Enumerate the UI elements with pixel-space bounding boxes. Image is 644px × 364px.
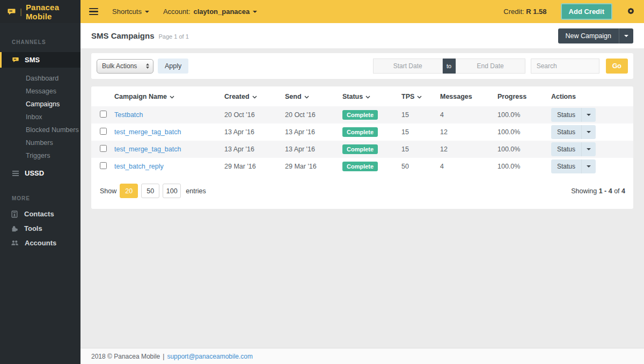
sidebar-item-messages[interactable]: Messages xyxy=(0,85,80,98)
messages-cell: 4 xyxy=(440,158,497,175)
page-size-50-button[interactable]: 50 xyxy=(141,184,159,198)
header-tps[interactable]: TPS xyxy=(401,86,440,106)
gear-icon[interactable] xyxy=(626,6,635,17)
header-messages: Messages xyxy=(440,86,497,106)
campaign-name-link[interactable]: test_merge_tag_batch xyxy=(114,128,181,136)
show-label: Show xyxy=(100,187,116,195)
page-title: SMS Campaigns xyxy=(91,31,155,40)
page-subtitle: Page 1 of 1 xyxy=(159,32,189,40)
table-row: test_batch_reply 29 Mar '16 29 Mar '16 C… xyxy=(91,158,633,175)
date-range-to-label: to xyxy=(443,59,456,74)
chevron-down-icon xyxy=(587,165,591,168)
header-campaign-name[interactable]: Campaign Name xyxy=(114,86,224,106)
sidebar-item-contacts[interactable]: Contacts xyxy=(0,207,80,221)
sidebar-heading-channels: CHANNELS xyxy=(0,39,80,45)
new-campaign-button[interactable]: New Campaign xyxy=(558,28,633,43)
select-arrows-icon xyxy=(146,63,149,69)
brand-name: Panacea Mobile xyxy=(26,3,80,21)
send-cell: 20 Oct '16 xyxy=(285,106,342,123)
sidebar-item-label: USSD xyxy=(25,169,44,177)
chevron-down-icon xyxy=(587,131,591,133)
header-status[interactable]: Status xyxy=(342,86,401,106)
copyright-text: 2018 © Panacea Mobile xyxy=(91,353,160,360)
status-action-button[interactable]: Status xyxy=(551,159,596,173)
sidebar-item-dashboard[interactable]: Dashboard xyxy=(0,72,80,85)
brand-logo[interactable]: | Panacea Mobile xyxy=(0,0,80,23)
sidebar-item-blocked-numbers[interactable]: Blocked Numbers xyxy=(0,123,80,136)
send-cell: 13 Apr '16 xyxy=(285,123,342,141)
tps-cell: 15 xyxy=(401,106,440,123)
sidebar-item-campaigns[interactable]: Campaigns xyxy=(0,98,80,111)
tps-cell: 50 xyxy=(401,158,440,175)
status-action-button[interactable]: Status xyxy=(551,125,596,139)
list-icon xyxy=(12,170,19,177)
progress-cell: 100.0% xyxy=(497,158,551,175)
page-size-100-button[interactable]: 100 xyxy=(163,184,181,198)
campaign-name-link[interactable]: test_batch_reply xyxy=(114,163,164,170)
content: Bulk Actions Apply to Go xyxy=(80,48,644,209)
sidebar: CHANNELS SMS Dashboard Messages Campaign… xyxy=(0,23,80,364)
send-cell: 29 Mar '16 xyxy=(285,158,342,175)
sidebar-item-sms[interactable]: SMS xyxy=(0,52,80,68)
status-dropdown-toggle[interactable] xyxy=(581,142,596,156)
new-campaign-dropdown-toggle[interactable] xyxy=(619,28,633,43)
campaign-name-link[interactable]: Testbatch xyxy=(114,111,143,119)
row-checkbox[interactable] xyxy=(100,111,107,118)
created-cell: 13 Apr '16 xyxy=(224,141,285,158)
end-date-input[interactable] xyxy=(456,59,525,74)
messages-cell: 12 xyxy=(440,123,497,141)
progress-cell: 100.0% xyxy=(497,106,551,123)
sidebar-item-ussd[interactable]: USSD xyxy=(0,165,80,181)
shortcuts-dropdown[interactable]: Shortcuts xyxy=(112,8,149,16)
hamburger-menu-icon[interactable] xyxy=(89,8,98,16)
table-footer: Show 20 50 100 entries Showing 1 - 4 of … xyxy=(91,175,633,209)
send-cell: 13 Apr '16 xyxy=(285,141,342,158)
sort-chevron-icon xyxy=(365,93,370,100)
status-dropdown-toggle[interactable] xyxy=(581,159,596,173)
header-progress: Progress xyxy=(497,86,551,106)
progress-cell: 100.0% xyxy=(497,141,551,158)
sort-chevron-icon xyxy=(417,93,422,100)
sidebar-item-numbers[interactable]: Numbers xyxy=(0,136,80,149)
tps-cell: 15 xyxy=(401,123,440,141)
page-size-20-button[interactable]: 20 xyxy=(120,184,138,198)
apply-button[interactable]: Apply xyxy=(158,59,188,74)
row-checkbox[interactable] xyxy=(100,128,107,135)
add-credit-button[interactable]: Add Credit xyxy=(561,3,612,20)
campaign-name-link[interactable]: test_merge_tag_batch xyxy=(114,145,181,153)
bulk-actions-select[interactable]: Bulk Actions xyxy=(97,59,153,74)
chevron-down-icon xyxy=(587,148,591,150)
brand-separator: | xyxy=(20,7,22,16)
search-input[interactable] xyxy=(531,59,599,74)
status-action-button[interactable]: Status xyxy=(551,142,596,156)
contacts-icon xyxy=(11,210,18,218)
top-bar-main: Shortcuts Account: clayton_panacea Credi… xyxy=(80,0,644,23)
row-checkbox[interactable] xyxy=(100,162,107,169)
status-badge: Complete xyxy=(342,127,378,137)
table-row: Testbatch 20 Oct '16 20 Oct '16 Complete… xyxy=(91,106,633,123)
sidebar-item-tools[interactable]: Tools xyxy=(0,221,80,236)
start-date-input[interactable] xyxy=(373,59,443,74)
sidebar-item-triggers[interactable]: Triggers xyxy=(0,149,80,162)
sidebar-item-inbox[interactable]: Inbox xyxy=(0,111,80,123)
status-dropdown-toggle[interactable] xyxy=(581,125,596,139)
status-action-button[interactable]: Status xyxy=(551,108,596,122)
go-button[interactable]: Go xyxy=(606,59,628,74)
header-created[interactable]: Created xyxy=(224,86,285,106)
progress-cell: 100.0% xyxy=(497,123,551,141)
sidebar-item-accounts[interactable]: Accounts xyxy=(0,236,80,250)
sidebar-item-label: Tools xyxy=(24,224,42,232)
sidebar-heading-more: MORE xyxy=(0,195,80,201)
support-email-link[interactable]: support@panaceamobile.com xyxy=(167,353,253,360)
row-checkbox[interactable] xyxy=(100,145,107,152)
campaigns-table: Campaign Name Created Send Status TPS Me… xyxy=(91,86,633,175)
chevron-down-icon xyxy=(624,35,628,37)
users-icon xyxy=(11,239,19,246)
account-dropdown[interactable]: Account: clayton_panacea xyxy=(163,8,257,16)
header-send[interactable]: Send xyxy=(285,86,342,106)
tps-cell: 15 xyxy=(401,141,440,158)
sms-chat-icon xyxy=(12,56,19,63)
page-footer: 2018 © Panacea Mobile | support@panaceam… xyxy=(80,348,644,364)
status-dropdown-toggle[interactable] xyxy=(581,108,596,122)
sort-chevron-icon xyxy=(304,93,309,100)
